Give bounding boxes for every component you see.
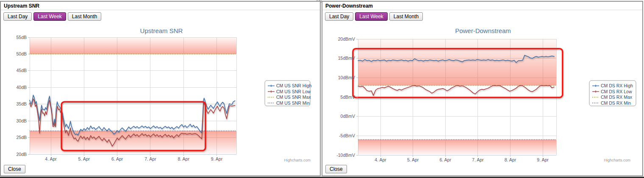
x-axis-label: 7. Apr [472,157,484,162]
credit-label[interactable]: Highcharts.com [604,158,630,162]
chart-title: Upstream SNR [140,27,183,34]
upstream-snr-window: Upstream SNR Last DayLast WeekLast Month… [0,1,321,176]
y-axis-label: 40dB [16,85,27,90]
x-axis-label: 9. Apr [537,157,549,162]
chart-title: Power-Downstream [455,27,511,34]
chart-container: Power-Downstream-10dBmV-5dBmV0dBmV5dBmV1… [323,21,641,166]
x-axis-label: 6. Apr [111,156,123,161]
upstream-snr-chart[interactable]: Upstream SNR20dB25dB30dB35dB40dB45dB50dB… [1,21,319,165]
window-title: Upstream SNR [1,2,320,10]
legend-label: CM US SNR Max [276,95,311,100]
last-week-button[interactable]: Last Week [33,12,66,21]
y-axis-label: -10dBmV [336,153,355,158]
x-axis-label: 5. Apr [78,156,90,161]
legend-label: CM DS RX Max [601,95,633,100]
power-downstream-chart[interactable]: Power-Downstream-10dBmV-5dBmV0dBmV5dBmV1… [323,21,640,165]
window-title: Power-Downstream [322,2,642,10]
y-axis-label: 0dBmV [341,114,355,119]
x-axis-label: 5. Apr [407,157,419,162]
range-toolbar: Last DayLast WeekLast Month [322,10,642,22]
y-axis-label: 15dBmV [338,56,355,61]
credit-label[interactable]: Highcharts.com [284,158,311,162]
y-axis-label: 35dB [16,101,27,106]
last-day-button[interactable]: Last Day [3,12,32,21]
x-axis-label: 4. Apr [45,156,57,161]
legend-label: CM DS RX High [601,83,633,88]
legend-label: CM US SNR High [276,83,312,88]
range-toolbar: Last DayLast WeekLast Month [1,10,320,22]
close-button[interactable]: Close [325,165,347,173]
legend-label: CM US SNR Min [276,100,310,106]
y-axis-label: 5dBmV [341,95,355,100]
power-downstream-window: Power-Downstream Last DayLast WeekLast M… [322,1,643,176]
chart-container: Upstream SNR20dB25dB30dB35dB40dB45dB50dB… [1,21,319,166]
x-axis-label: 6. Apr [440,157,452,162]
y-axis-label: 20dB [16,152,27,157]
y-axis-label: 55dB [16,35,27,40]
x-axis-label: 8. Apr [505,157,516,162]
series-line [358,86,554,96]
y-axis-label: 25dB [16,135,27,140]
y-axis-label: -5dBmV [339,133,355,138]
y-axis-label: 30dB [16,118,27,123]
x-axis-label: 4. Apr [375,157,386,162]
limit-band [358,39,556,86]
legend-label: CM DS RX Min [601,100,631,106]
legend-label: CM US SNR Low [276,89,311,94]
last-month-button[interactable]: Last Month [389,12,423,21]
last-week-button[interactable]: Last Week [355,12,387,21]
last-day-button[interactable]: Last Day [325,12,353,21]
close-button[interactable]: Close [4,165,25,173]
x-axis-label: 7. Apr [144,156,156,161]
x-axis-label: 9. Apr [211,156,223,161]
last-month-button[interactable]: Last Month [68,12,101,21]
limit-band [30,37,236,54]
legend-label: CM DS RX Low [601,89,632,94]
limit-band [358,139,556,155]
y-axis-label: 20dBmV [338,36,355,42]
y-axis-label: 50dB [16,51,27,56]
y-axis-label: 10dBmV [338,75,355,80]
x-axis-label: 8. Apr [178,156,189,161]
y-axis-label: 45dB [16,68,27,73]
